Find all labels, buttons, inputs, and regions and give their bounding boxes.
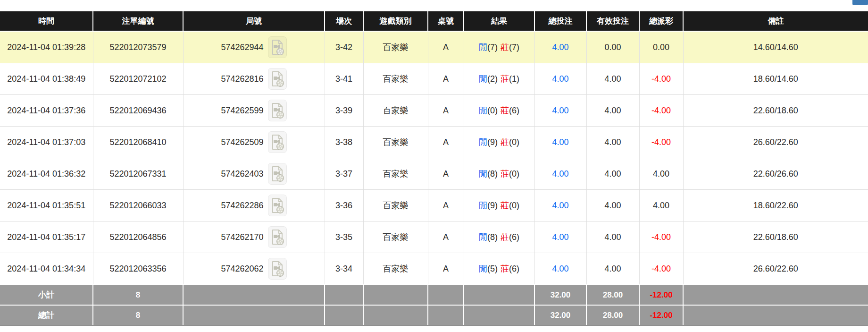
video-record-button[interactable] bbox=[268, 36, 287, 58]
round-cell: 574262944 bbox=[183, 31, 325, 63]
video-record-button[interactable] bbox=[268, 258, 287, 280]
total-bet-link[interactable]: 4.00 bbox=[552, 106, 568, 115]
round-number: 574262170 bbox=[221, 232, 263, 242]
col-header-payout: 總派彩 bbox=[639, 11, 683, 31]
result-banker-label: 莊 bbox=[501, 169, 509, 179]
header-row: 時間 注單編號 局號 場次 遊戲類別 桌號 結果 總投注 有效投注 總派彩 備註 bbox=[0, 11, 868, 31]
time-cell: 2024-11-04 01:35:17 bbox=[0, 221, 93, 253]
bet-id-cell: 522012073579 bbox=[93, 31, 183, 63]
remark-cell: 18.60/22.60 bbox=[683, 190, 868, 221]
video-record-icon bbox=[268, 100, 287, 121]
summary-empty-round bbox=[183, 305, 325, 325]
round-cell: 574262403 bbox=[183, 158, 325, 190]
video-record-button[interactable] bbox=[268, 68, 287, 90]
round-cell: 574262599 bbox=[183, 95, 325, 127]
payout-cell: 0.00 bbox=[639, 31, 683, 63]
col-header-result: 結果 bbox=[464, 11, 534, 31]
result-banker-value: (7) bbox=[509, 43, 519, 52]
total-bet-link[interactable]: 4.00 bbox=[552, 201, 568, 210]
video-record-button[interactable] bbox=[268, 100, 287, 121]
video-record-icon bbox=[268, 226, 287, 248]
table-no-cell: A bbox=[428, 190, 464, 221]
video-record-icon bbox=[268, 68, 287, 90]
summary-empty-table bbox=[428, 285, 464, 305]
round-number: 574262599 bbox=[221, 106, 263, 116]
summary-empty-round bbox=[183, 285, 325, 305]
result-banker-value: (0) bbox=[509, 201, 519, 210]
valid-bet-cell: 4.00 bbox=[586, 221, 639, 253]
summary-empty-session bbox=[325, 285, 363, 305]
total-bet-cell: 4.00 bbox=[534, 95, 586, 127]
valid-bet-cell: 4.00 bbox=[586, 190, 639, 221]
summary-valid-bet-cell: 28.00 bbox=[586, 285, 639, 305]
col-header-remark: 備註 bbox=[683, 11, 868, 31]
result-banker-label: 莊 bbox=[501, 43, 509, 52]
result-cell: 閒(5)莊(6) bbox=[464, 253, 534, 285]
table-row: 2024-11-04 01:34:34 522012063356 5742620… bbox=[0, 253, 868, 285]
table-row: 2024-11-04 01:35:17 522012064856 5742621… bbox=[0, 221, 868, 253]
result-player-value: (8) bbox=[487, 232, 498, 242]
summary-empty-result bbox=[464, 285, 534, 305]
round-cell: 574262816 bbox=[183, 63, 325, 95]
total-bet-link[interactable]: 4.00 bbox=[552, 264, 568, 273]
result-banker-label: 莊 bbox=[501, 201, 509, 210]
video-record-button[interactable] bbox=[268, 226, 287, 248]
valid-bet-cell: 0.00 bbox=[586, 31, 639, 63]
video-record-button[interactable] bbox=[268, 163, 287, 185]
round-cell: 574262286 bbox=[183, 190, 325, 221]
result-cell: 閒(8)莊(6) bbox=[464, 221, 534, 253]
table-header: 時間 注單編號 局號 場次 遊戲類別 桌號 結果 總投注 有效投注 總派彩 備註 bbox=[0, 11, 868, 31]
remark-cell: 22.60/18.60 bbox=[683, 95, 868, 127]
valid-bet-cell: 4.00 bbox=[586, 95, 639, 127]
partial-top-button[interactable] bbox=[852, 0, 868, 5]
payout-cell: 4.00 bbox=[639, 190, 683, 221]
round-number: 574262944 bbox=[221, 43, 263, 52]
result-player-label: 閒 bbox=[479, 74, 487, 84]
session-cell: 3-36 bbox=[325, 190, 363, 221]
result-banker-label: 莊 bbox=[501, 232, 509, 242]
result-player-value: (5) bbox=[487, 264, 498, 273]
session-cell: 3-37 bbox=[325, 158, 363, 190]
result-cell: 閒(0)莊(6) bbox=[464, 95, 534, 127]
col-header-total-bet: 總投注 bbox=[534, 11, 586, 31]
table-no-cell: A bbox=[428, 95, 464, 127]
bet-id-cell: 522012069436 bbox=[93, 95, 183, 127]
result-banker-value: (6) bbox=[509, 106, 519, 115]
result-cell: 閒(8)莊(0) bbox=[464, 158, 534, 190]
col-header-valid-bet: 有效投注 bbox=[586, 11, 639, 31]
table-no-cell: A bbox=[428, 253, 464, 285]
video-record-button[interactable] bbox=[268, 195, 287, 216]
game-type-cell: 百家樂 bbox=[363, 190, 428, 221]
payout-cell: 4.00 bbox=[639, 158, 683, 190]
total-bet-cell: 4.00 bbox=[534, 63, 586, 95]
bet-id-cell: 522012068410 bbox=[93, 127, 183, 158]
session-cell: 3-35 bbox=[325, 221, 363, 253]
video-record-icon bbox=[268, 195, 287, 216]
result-banker-label: 莊 bbox=[501, 264, 509, 273]
table-row: 2024-11-04 01:37:03 522012068410 5742625… bbox=[0, 127, 868, 158]
remark-cell: 18.60/14.60 bbox=[683, 63, 868, 95]
total-bet-link[interactable]: 4.00 bbox=[552, 169, 568, 179]
summary-total-bet-cell: 32.00 bbox=[534, 305, 586, 325]
round-cell: 574262509 bbox=[183, 127, 325, 158]
total-bet-link[interactable]: 4.00 bbox=[552, 74, 568, 84]
result-player-value: (9) bbox=[487, 137, 498, 147]
table-no-cell: A bbox=[428, 158, 464, 190]
col-header-round-id: 局號 bbox=[183, 11, 325, 31]
total-bet-cell: 4.00 bbox=[534, 221, 586, 253]
summary-valid-bet-cell: 28.00 bbox=[586, 305, 639, 325]
video-record-button[interactable] bbox=[268, 131, 287, 153]
total-bet-link[interactable]: 4.00 bbox=[552, 43, 568, 52]
total-bet-link[interactable]: 4.00 bbox=[552, 232, 568, 242]
summary-row: 總計 8 32.00 28.00 -12.00 bbox=[0, 305, 868, 325]
total-bet-link[interactable]: 4.00 bbox=[552, 137, 568, 147]
game-type-cell: 百家樂 bbox=[363, 31, 428, 63]
result-player-label: 閒 bbox=[479, 264, 487, 273]
table-row: 2024-11-04 01:36:32 522012067331 5742624… bbox=[0, 158, 868, 190]
total-bet-cell: 4.00 bbox=[534, 31, 586, 63]
game-type-cell: 百家樂 bbox=[363, 63, 428, 95]
bet-id-cell: 522012063356 bbox=[93, 253, 183, 285]
result-cell: 閒(9)莊(0) bbox=[464, 127, 534, 158]
round-cell: 574262170 bbox=[183, 221, 325, 253]
result-player-value: (7) bbox=[487, 43, 498, 52]
